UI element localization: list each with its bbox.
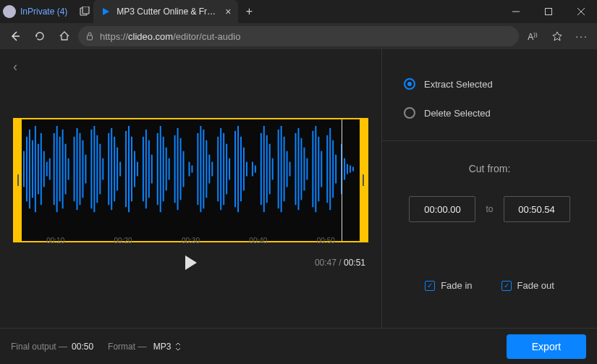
svg-rect-27	[77, 128, 78, 210]
svg-rect-56	[177, 128, 179, 210]
svg-rect-18	[46, 162, 48, 177]
waveform-pane: ‹	[0, 49, 382, 328]
avatar	[3, 5, 16, 18]
svg-rect-32	[93, 126, 95, 212]
svg-rect-23	[62, 130, 64, 208]
new-tab-button[interactable]: +	[238, 5, 260, 18]
svg-rect-89	[295, 133, 297, 205]
fade-out-option[interactable]: ✓ Fade out	[501, 280, 554, 291]
browser-tab[interactable]: MP3 Cutter Online & Free — Cut ×	[93, 0, 238, 23]
inprivate-badge[interactable]: InPrivate (4)	[0, 0, 76, 23]
svg-rect-75	[243, 148, 245, 191]
back-button[interactable]	[4, 25, 26, 47]
fade-row: ✓ Fade in ✓ Fade out	[404, 280, 575, 291]
window-controls	[499, 0, 597, 23]
divider	[382, 140, 597, 141]
svg-rect-92	[303, 148, 305, 191]
svg-rect-13	[32, 140, 33, 198]
favorite-button[interactable]	[546, 25, 568, 47]
url-input[interactable]: https://clideo.com/editor/cut-audio	[78, 26, 519, 46]
svg-rect-54	[169, 158, 170, 180]
svg-rect-104	[347, 164, 348, 174]
fade-out-checkbox[interactable]: ✓	[501, 281, 512, 291]
svg-rect-49	[151, 155, 153, 184]
svg-rect-35	[102, 158, 103, 180]
back-chevron-icon[interactable]: ‹	[13, 59, 368, 75]
svg-rect-62	[200, 126, 201, 212]
home-button[interactable]	[54, 25, 75, 47]
svg-rect-84	[278, 130, 279, 208]
svg-rect-12	[29, 130, 30, 208]
svg-rect-20	[54, 133, 55, 205]
radio-extract[interactable]	[404, 78, 415, 90]
close-window-button[interactable]	[564, 0, 597, 23]
waveform-display	[22, 122, 360, 216]
menu-button[interactable]: ···	[571, 25, 593, 47]
svg-rect-71	[229, 158, 230, 180]
delete-option[interactable]: Delete Selected	[404, 107, 575, 119]
radio-delete[interactable]	[404, 107, 415, 119]
fade-out-label: Fade out	[517, 280, 554, 291]
read-aloud-button[interactable]: A))	[522, 25, 543, 47]
play-button[interactable]	[185, 255, 197, 270]
svg-rect-63	[203, 130, 204, 208]
svg-rect-94	[312, 131, 313, 207]
address-bar: https://clideo.com/editor/cut-audio A)) …	[0, 23, 597, 49]
svg-rect-17	[43, 151, 45, 187]
trim-handle-right[interactable]	[360, 119, 367, 241]
total-time: 00:51	[344, 258, 365, 268]
cut-start-input[interactable]: 00:00.00	[409, 196, 475, 222]
url-text: https://clideo.com/editor/cut-audio	[100, 31, 240, 42]
playhead[interactable]	[342, 119, 342, 241]
play-row: 00:47 / 00:51	[13, 255, 368, 270]
export-button[interactable]: Export	[507, 334, 586, 359]
svg-rect-88	[289, 162, 291, 177]
svg-rect-100	[332, 140, 334, 198]
svg-rect-76	[246, 162, 247, 177]
svg-rect-19	[49, 158, 51, 180]
svg-rect-82	[269, 144, 271, 195]
svg-rect-60	[191, 166, 192, 173]
svg-rect-86	[284, 137, 285, 201]
fade-in-option[interactable]: ✓ Fade in	[425, 280, 472, 291]
svg-rect-11	[26, 137, 27, 201]
waveform-frame[interactable]	[13, 118, 368, 242]
svg-rect-25	[68, 158, 69, 180]
svg-rect-48	[148, 140, 150, 198]
svg-rect-98	[326, 135, 328, 203]
svg-rect-43	[131, 137, 132, 201]
svg-rect-44	[134, 151, 135, 187]
svg-rect-91	[300, 138, 302, 200]
svg-rect-65	[208, 155, 210, 184]
minimize-button[interactable]	[499, 0, 532, 23]
tab-close-icon[interactable]: ×	[225, 6, 231, 17]
extract-option[interactable]: Extract Selected	[404, 78, 575, 90]
refresh-button[interactable]	[29, 25, 51, 47]
svg-rect-74	[240, 137, 242, 201]
svg-rect-36	[108, 133, 109, 205]
tab-title: MP3 Cutter Online & Free — Cut	[117, 7, 219, 17]
svg-rect-53	[166, 148, 167, 191]
svg-rect-101	[335, 155, 336, 184]
cut-end-input[interactable]: 00:50.54	[504, 196, 570, 222]
svg-rect-29	[82, 140, 83, 198]
maximize-button[interactable]	[532, 0, 564, 23]
svg-rect-16	[41, 133, 42, 205]
svg-rect-61	[197, 133, 198, 205]
format-select[interactable]: MP3	[149, 342, 182, 352]
svg-rect-22	[59, 137, 61, 201]
svg-rect-51	[160, 126, 161, 212]
svg-rect-41	[125, 131, 127, 207]
svg-rect-73	[237, 126, 239, 212]
svg-rect-57	[180, 138, 182, 200]
footer: Final output —00:50 Format — MP3 Export	[0, 328, 597, 364]
svg-rect-72	[234, 131, 236, 207]
svg-rect-78	[255, 166, 256, 173]
fade-in-checkbox[interactable]: ✓	[425, 281, 435, 291]
final-output-label: Final output —00:50	[11, 342, 93, 352]
svg-rect-34	[99, 144, 101, 195]
time-display: 00:47 / 00:51	[315, 258, 365, 268]
tab-actions-icon[interactable]	[76, 7, 93, 17]
trim-handle-left[interactable]	[14, 119, 22, 241]
svg-rect-47	[145, 130, 147, 208]
